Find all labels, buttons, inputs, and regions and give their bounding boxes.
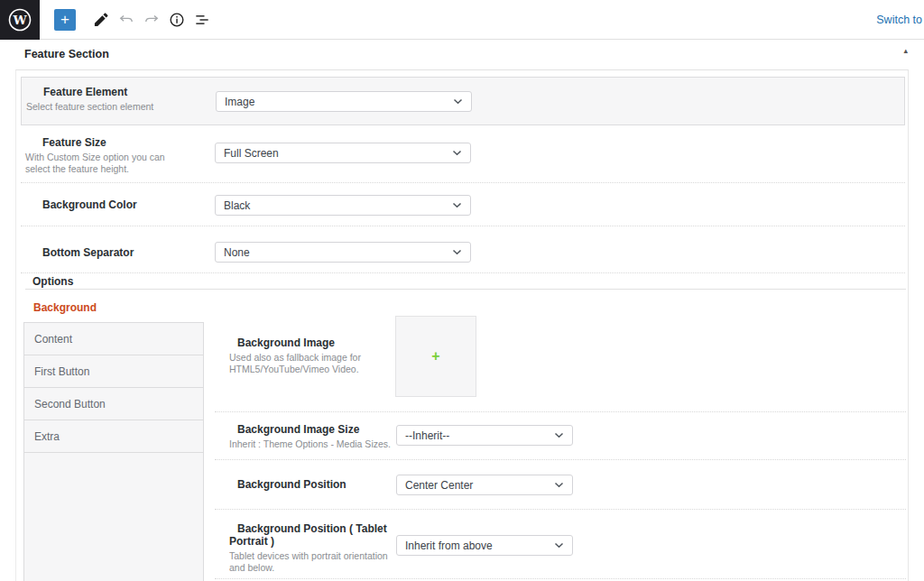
tab-extra[interactable]: Extra bbox=[24, 420, 203, 453]
row-divider bbox=[21, 272, 905, 273]
chevron-down-icon bbox=[452, 202, 462, 208]
tab-label: Second Button bbox=[24, 398, 106, 410]
options-header-divider bbox=[25, 289, 906, 290]
field-label: Background Image bbox=[229, 337, 402, 349]
field-description: Used also as fallback image for HTML5/Yo… bbox=[229, 352, 381, 374]
document-overview-button[interactable] bbox=[189, 7, 215, 32]
edit-pencil-button[interactable] bbox=[88, 7, 114, 32]
wordpress-logo-button[interactable]: W bbox=[0, 0, 40, 40]
editor-page: W + bbox=[0, 0, 924, 581]
settings-row-feature-element: Feature Element Select feature section e… bbox=[21, 77, 905, 125]
tab-label: Content bbox=[24, 333, 72, 346]
background-image-size-select[interactable]: --Inherit-- bbox=[396, 425, 573, 446]
background-image-upload[interactable]: + bbox=[395, 316, 476, 397]
row-divider bbox=[215, 578, 906, 579]
options-tab-list: Content First Button Second Button Extra bbox=[23, 322, 204, 581]
tab-second-button[interactable]: Second Button bbox=[24, 388, 203, 420]
chevron-down-icon bbox=[453, 98, 463, 105]
tab-label: Background bbox=[23, 301, 97, 314]
row-divider bbox=[21, 182, 905, 183]
field-description: Inherit : Theme Options - Media Sizes. bbox=[229, 438, 402, 450]
svg-text:W: W bbox=[12, 13, 27, 27]
select-value: Center Center bbox=[405, 479, 473, 492]
chevron-down-icon bbox=[452, 150, 462, 156]
pencil-icon bbox=[92, 11, 110, 29]
collapse-caret-icon[interactable]: ▴ bbox=[903, 46, 908, 55]
editor-toolbar: W + bbox=[0, 0, 924, 40]
field-description: With Custom Size option you can select t… bbox=[25, 152, 186, 174]
chevron-down-icon bbox=[452, 249, 462, 255]
tab-background[interactable]: Background bbox=[23, 293, 204, 322]
tab-content[interactable]: Content bbox=[24, 323, 203, 355]
row-divider bbox=[215, 509, 906, 510]
feature-size-select[interactable]: Full Screen bbox=[215, 143, 471, 163]
field-label: Background Position ( Tablet Portrait ) bbox=[229, 522, 402, 548]
background-position-tablet-select[interactable]: Inherit from above bbox=[396, 535, 573, 556]
row-divider bbox=[215, 459, 906, 460]
field-description: Tablet devices with portrait orientation… bbox=[229, 550, 399, 573]
chevron-down-icon bbox=[554, 542, 564, 549]
details-button[interactable] bbox=[164, 7, 189, 32]
bottom-separator-select[interactable]: None bbox=[215, 242, 471, 263]
background-position-select[interactable]: Center Center bbox=[396, 475, 573, 495]
row-divider bbox=[21, 226, 905, 226]
select-value: Inherit from above bbox=[405, 540, 493, 552]
field-label-cell: Background Color bbox=[25, 198, 199, 211]
select-value: Black bbox=[224, 199, 250, 212]
field-label: Feature Size bbox=[25, 136, 199, 149]
tab-first-button[interactable]: First Button bbox=[24, 355, 203, 388]
field-label-cell: Feature Size With Custom Size option you… bbox=[25, 136, 199, 174]
metabox-title: Feature Section bbox=[24, 48, 109, 60]
field-label-cell: Feature Element Select feature section e… bbox=[26, 86, 199, 113]
undo-button[interactable] bbox=[114, 7, 139, 32]
field-label: Background Image Size bbox=[229, 423, 402, 436]
undo-icon bbox=[117, 11, 135, 29]
toolbar-tools bbox=[88, 7, 215, 32]
add-image-plus-icon: + bbox=[431, 349, 439, 364]
field-label-cell: Background Position ( Tablet Portrait ) … bbox=[229, 522, 402, 573]
field-label-cell: Background Image Size Inherit : Theme Op… bbox=[229, 423, 402, 450]
redo-icon bbox=[143, 11, 161, 29]
options-header: Options bbox=[32, 275, 73, 288]
switch-to-draft-link[interactable]: Switch to bbox=[876, 14, 924, 26]
select-value: Image bbox=[225, 96, 254, 108]
list-view-icon bbox=[193, 11, 211, 29]
feature-section-panel: Feature Element Select feature section e… bbox=[15, 69, 909, 581]
chevron-down-icon bbox=[554, 482, 564, 488]
redo-button[interactable] bbox=[139, 7, 164, 32]
wordpress-logo-icon: W bbox=[6, 6, 33, 33]
field-label-cell: Background Image Used also as fallback i… bbox=[229, 337, 402, 374]
feature-element-select[interactable]: Image bbox=[216, 91, 472, 112]
field-label: Background Color bbox=[25, 198, 199, 211]
field-description: Select feature section element bbox=[26, 101, 199, 113]
row-divider bbox=[215, 411, 906, 412]
background-color-select[interactable]: Black bbox=[215, 195, 471, 216]
tab-label: Extra bbox=[24, 430, 60, 443]
select-value: None bbox=[224, 246, 250, 259]
field-label: Bottom Separator bbox=[25, 246, 199, 259]
field-label: Feature Element bbox=[26, 86, 199, 98]
plus-icon: + bbox=[60, 11, 69, 28]
select-value: --Inherit-- bbox=[405, 429, 449, 442]
select-value: Full Screen bbox=[224, 147, 279, 160]
field-label: Background Position bbox=[229, 478, 402, 491]
metabox-header: Feature Section ▴ bbox=[0, 40, 924, 69]
field-label-cell: Bottom Separator bbox=[25, 246, 199, 259]
chevron-down-icon bbox=[554, 432, 564, 438]
info-icon bbox=[168, 11, 186, 29]
block-inserter-button[interactable]: + bbox=[54, 9, 76, 31]
tab-label: First Button bbox=[24, 365, 89, 378]
field-label-cell: Background Position bbox=[229, 478, 402, 491]
